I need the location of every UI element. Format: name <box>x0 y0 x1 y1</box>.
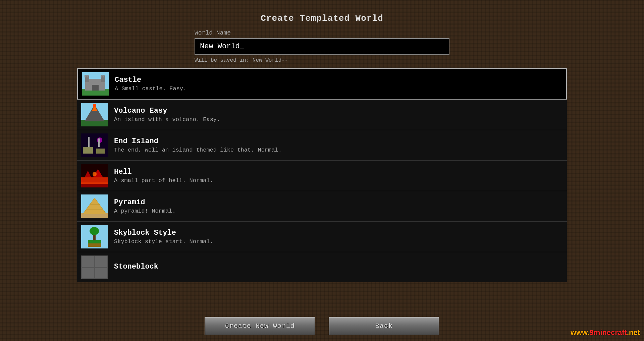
list-item[interactable]: Pyramid A pyramid! Normal. <box>77 191 567 222</box>
svg-rect-20 <box>98 138 100 147</box>
svg-rect-14 <box>93 104 96 107</box>
svg-point-39 <box>90 227 99 235</box>
svg-rect-19 <box>88 137 90 147</box>
template-info: Stoneblock <box>114 263 158 272</box>
template-name: Skyblock Style <box>114 229 213 237</box>
list-item[interactable]: End Island The end, well an island theme… <box>77 130 567 161</box>
template-name: Volcano Easy <box>114 107 220 115</box>
svg-rect-37 <box>88 243 101 247</box>
svg-point-27 <box>93 172 97 176</box>
svg-rect-8 <box>103 75 104 77</box>
template-name: Hell <box>114 168 213 176</box>
template-info: Hell A small part of hell. Normal. <box>114 168 213 184</box>
template-description: A small part of hell. Normal. <box>114 177 213 184</box>
create-new-world-button[interactable]: Create New World <box>205 317 315 335</box>
svg-rect-9 <box>92 85 99 91</box>
svg-rect-7 <box>101 75 102 77</box>
svg-rect-17 <box>96 149 105 154</box>
list-item[interactable]: Skyblock Style Skyblock style start. Nor… <box>77 222 567 252</box>
template-thumbnail <box>82 72 109 96</box>
template-info: Castle A Small castle. Easy. <box>115 76 186 92</box>
list-item[interactable]: Stoneblock <box>77 252 567 282</box>
template-thumbnail <box>81 103 108 126</box>
template-info: Volcano Easy An island with a volcano. E… <box>114 107 220 123</box>
svg-rect-23 <box>81 177 108 182</box>
svg-rect-43 <box>82 268 94 278</box>
watermark-brand: 9minecraft <box>590 328 627 337</box>
template-info: Pyramid A pyramid! Normal. <box>114 198 176 214</box>
template-thumbnail <box>81 133 108 157</box>
svg-rect-42 <box>95 256 107 267</box>
save-path-label: Will be saved in: New World-- <box>195 57 288 63</box>
world-name-section: World Name Will be saved in: New World-- <box>195 30 449 63</box>
template-name: Pyramid <box>114 198 176 207</box>
svg-rect-6 <box>87 75 88 77</box>
watermark-suffix: .net <box>627 328 640 337</box>
template-description: A Small castle. Easy. <box>115 86 186 92</box>
watermark-prefix: www. <box>571 328 590 337</box>
svg-rect-5 <box>85 75 86 77</box>
page-title: Create Templated World <box>261 13 383 23</box>
list-item[interactable]: Castle A Small castle. Easy. <box>77 68 567 100</box>
template-info: Skyblock Style Skyblock style start. Nor… <box>114 229 213 245</box>
template-info: End Island The end, well an island theme… <box>114 137 282 153</box>
svg-rect-16 <box>83 147 93 154</box>
bottom-bar: Create New World Back <box>0 311 644 341</box>
template-description: The end, well an island themed like that… <box>114 147 282 153</box>
world-name-input[interactable] <box>195 38 449 55</box>
template-thumbnail <box>81 255 108 279</box>
template-description: Skyblock style start. Normal. <box>114 238 213 245</box>
template-description: A pyramid! Normal. <box>114 208 176 214</box>
template-thumbnail <box>81 225 108 248</box>
template-thumbnail <box>81 194 108 218</box>
template-list-container: Castle A Small castle. Easy. Volcano Eas… <box>77 68 567 311</box>
back-button[interactable]: Back <box>329 317 439 335</box>
svg-rect-41 <box>82 256 94 267</box>
template-description: An island with a volcano. Easy. <box>114 116 220 123</box>
world-name-label: World Name <box>195 30 231 36</box>
template-name: Castle <box>115 76 186 84</box>
watermark: www.9minecraft.net <box>571 328 640 337</box>
list-item[interactable]: Volcano Easy An island with a volcano. E… <box>77 100 567 130</box>
template-thumbnail <box>81 164 108 187</box>
template-name: Stoneblock <box>114 263 158 271</box>
list-item[interactable]: Hell A small part of hell. Normal. <box>77 161 567 191</box>
template-name: End Island <box>114 137 282 146</box>
template-list[interactable]: Castle A Small castle. Easy. Volcano Eas… <box>77 68 567 311</box>
svg-rect-26 <box>81 182 108 184</box>
svg-rect-44 <box>95 268 107 278</box>
